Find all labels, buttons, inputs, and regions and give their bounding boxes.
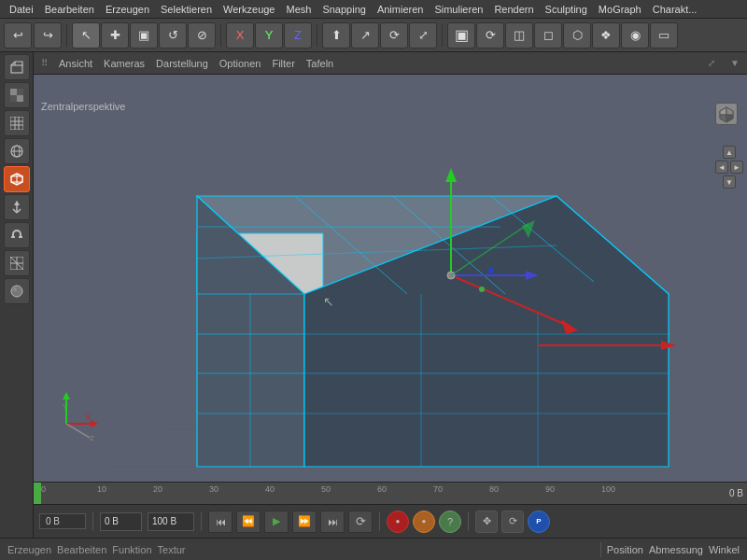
rotate-tool-button[interactable]: ↺ xyxy=(159,22,187,49)
vp-menu-tafeln[interactable]: Tafeln xyxy=(306,58,333,69)
menu-bearbeiten[interactable]: Bearbeiten xyxy=(39,2,100,17)
sidebar-perspective-btn[interactable] xyxy=(4,54,30,80)
vp-menu-filter[interactable]: Filter xyxy=(272,58,294,69)
axis-z-button[interactable]: Z xyxy=(284,22,312,49)
vp-menu-kameras[interactable]: Kameras xyxy=(104,58,145,69)
transport-loop-btn[interactable]: ⟳ xyxy=(348,511,373,533)
menu-charakt[interactable]: Charakt... xyxy=(647,2,703,17)
transport-rotate-icon-btn[interactable]: ⟳ xyxy=(501,511,524,533)
deformer-button[interactable]: ❖ xyxy=(592,22,620,49)
frame-display[interactable]: 0 B xyxy=(39,513,86,529)
sidebar-sphere-btn[interactable] xyxy=(4,138,30,164)
transport-sep-4 xyxy=(468,512,469,531)
vp-menu-darstellung[interactable]: Darstellung xyxy=(156,58,208,69)
viewport-header: ⠿ Ansicht Kameras Darstellung Optionen F… xyxy=(34,52,747,75)
transform-button[interactable]: ⤢ xyxy=(409,22,437,49)
scale-button[interactable]: ⟳ xyxy=(380,22,408,49)
sidebar-material-btn[interactable] xyxy=(4,278,30,304)
arrow-nav: ▲ ◄ ► ▼ xyxy=(715,146,743,189)
primitive-cube-button[interactable]: ▣ xyxy=(447,22,475,49)
bottom-function-btn[interactable]: Funktion xyxy=(112,544,151,555)
svg-point-28 xyxy=(11,286,22,297)
transport-animate-btn[interactable]: P xyxy=(528,511,550,533)
tick-100: 100 xyxy=(601,484,615,494)
select-tool-button[interactable]: ↖ xyxy=(72,22,100,49)
nav-up-btn[interactable]: ▲ xyxy=(723,146,736,159)
3d-viewport[interactable]: Zentralperspektive xyxy=(34,75,747,482)
transport-to-end-btn[interactable]: ⏭ xyxy=(320,511,345,533)
bottom-edit-btn[interactable]: Bearbeiten xyxy=(57,544,106,555)
transport-keyframe-btn[interactable]: ● xyxy=(413,511,435,533)
svg-marker-34 xyxy=(726,115,733,122)
viewport-expand-icon[interactable]: ⤢ xyxy=(708,58,715,68)
menu-mesh[interactable]: Mesh xyxy=(280,2,317,17)
transport-move-icon-btn[interactable]: ✥ xyxy=(475,511,498,533)
primitive-sphere-button[interactable]: ◻ xyxy=(534,22,562,49)
tick-40: 40 xyxy=(265,484,275,494)
transport-step-back-btn[interactable]: ⏪ xyxy=(236,511,261,533)
svg-rect-2 xyxy=(10,89,17,95)
primitive-torus-button[interactable]: ⬡ xyxy=(563,22,591,49)
axis-y-button[interactable]: Y xyxy=(255,22,283,49)
rotate-button[interactable]: ↗ xyxy=(351,22,379,49)
bottom-position-btn[interactable]: Position xyxy=(607,544,643,555)
svg-text:↖: ↖ xyxy=(323,294,334,309)
menu-datei[interactable]: Datei xyxy=(4,2,39,17)
scale-tool-button[interactable]: ▣ xyxy=(130,22,158,49)
nav-right-btn[interactable]: ► xyxy=(730,161,743,174)
move-button[interactable]: ⬆ xyxy=(322,22,350,49)
menu-bar: Datei Bearbeiten Erzeugen Selektieren We… xyxy=(0,0,747,19)
axis-x-button[interactable]: X xyxy=(226,22,254,49)
menu-sculpting[interactable]: Sculpting xyxy=(540,2,593,17)
menu-simulieren[interactable]: Simulieren xyxy=(429,2,488,17)
sidebar-texture-btn[interactable] xyxy=(4,250,30,276)
vp-menu-ansicht[interactable]: Ansicht xyxy=(59,58,92,69)
light-button[interactable]: ▭ xyxy=(650,22,678,49)
view-cube-face[interactable] xyxy=(715,103,738,125)
menu-selektieren[interactable]: Selektieren xyxy=(155,2,218,17)
bottom-create-btn[interactable]: Erzeugen xyxy=(7,544,51,555)
sidebar-checker-btn[interactable] xyxy=(4,82,30,108)
svg-marker-76 xyxy=(91,420,98,427)
sidebar-cube-btn[interactable] xyxy=(4,166,30,192)
redo-button[interactable]: ↪ xyxy=(34,22,62,49)
menu-snapping[interactable]: Snapping xyxy=(317,2,372,17)
transport-record-btn[interactable]: ● xyxy=(387,511,409,533)
axis-indicator: Y X Z xyxy=(48,386,104,444)
bottom-dimension-btn[interactable]: Abmessung xyxy=(649,544,703,555)
camera-button[interactable]: ◉ xyxy=(621,22,649,49)
viewport-more-icon[interactable]: ▼ xyxy=(730,58,740,68)
menu-animieren[interactable]: Animieren xyxy=(372,2,430,17)
timeline-ruler: 0 10 20 30 40 50 60 70 80 90 100 xyxy=(41,483,732,504)
sidebar-arrow-btn[interactable] xyxy=(4,194,30,220)
transport-bar: 0 B ⏮ ⏪ ▶ ⏩ ⏭ ⟳ ● ● ? ✥ ⟳ xyxy=(34,504,747,538)
tick-30: 30 xyxy=(209,484,218,494)
svg-marker-32 xyxy=(726,107,733,115)
add-tool-button[interactable]: ✚ xyxy=(101,22,129,49)
nav-left-btn[interactable]: ◄ xyxy=(715,161,728,174)
transport-question-btn[interactable]: ? xyxy=(439,511,461,533)
view-cube[interactable] xyxy=(715,103,740,127)
transport-play-btn[interactable]: ▶ xyxy=(264,511,289,533)
menu-erzeugen[interactable]: Erzeugen xyxy=(100,2,155,17)
undo-button[interactable]: ↩ xyxy=(4,22,32,49)
menu-rendern[interactable]: Rendern xyxy=(488,2,539,17)
transport-end-input[interactable] xyxy=(148,512,194,531)
menu-werkzeuge[interactable]: Werkzeuge xyxy=(218,2,280,17)
menu-mograph[interactable]: MoGraph xyxy=(593,2,647,17)
sidebar-magnet-btn[interactable] xyxy=(4,222,30,248)
vp-menu-optionen[interactable]: Optionen xyxy=(219,58,261,69)
primitive-plane-button[interactable]: ◫ xyxy=(505,22,533,49)
nav-down-btn[interactable]: ▼ xyxy=(723,175,736,189)
transport-step-forward-btn[interactable]: ⏩ xyxy=(292,511,317,533)
transport-start-input[interactable] xyxy=(100,512,142,531)
bottom-angle-btn[interactable]: Winkel xyxy=(709,544,740,555)
sidebar-grid-btn[interactable] xyxy=(4,110,30,136)
transport-to-start-btn[interactable]: ⏮ xyxy=(208,511,233,533)
viewport-area: ⠿ Ansicht Kameras Darstellung Optionen F… xyxy=(34,52,747,538)
primitive-cylinder-button[interactable]: ⟳ xyxy=(476,22,504,49)
toolbar-separator-1 xyxy=(66,24,67,47)
timeline[interactable]: 0 10 20 30 40 50 60 70 80 90 100 0 B xyxy=(34,482,747,504)
delete-tool-button[interactable]: ⊘ xyxy=(188,22,216,49)
bottom-texture-btn[interactable]: Textur xyxy=(158,544,186,555)
